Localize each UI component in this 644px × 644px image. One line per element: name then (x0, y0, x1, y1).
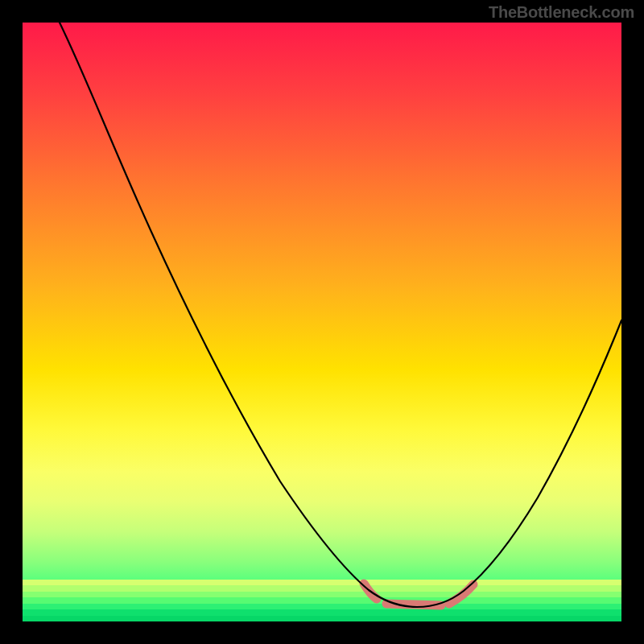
chart-frame: TheBottleneck.com (0, 0, 644, 644)
chart-curve-svg (23, 23, 621, 621)
bottleneck-curve-right-arm (417, 320, 621, 607)
optimal-seg-right (449, 584, 473, 604)
optimal-region-highlight (364, 584, 473, 605)
watermark-text: TheBottleneck.com (489, 3, 634, 22)
bottleneck-curve-left-arm (60, 23, 417, 607)
chart-plot-area (23, 23, 621, 621)
